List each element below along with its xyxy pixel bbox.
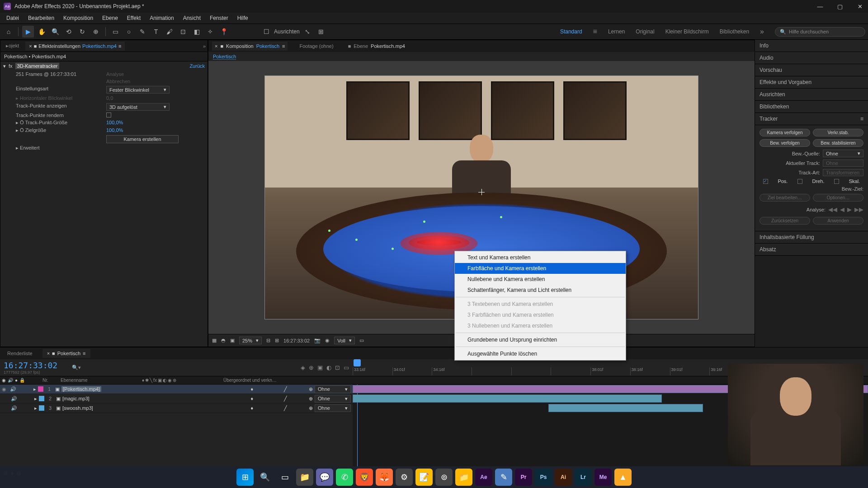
- audio-icon[interactable]: 🔊: [11, 396, 17, 402]
- snapshot-icon[interactable]: 📷: [314, 338, 321, 343]
- anchor-tool[interactable]: ⊕: [90, 26, 102, 38]
- comp-tab-komposition[interactable]: ×■ Komposition Pokertisch≡: [212, 42, 288, 51]
- timeline-comp-tab[interactable]: ×■Pokertisch≡: [42, 349, 90, 358]
- tl-icon-1[interactable]: ◈: [301, 364, 305, 371]
- audio-panel[interactable]: Audio: [755, 52, 868, 64]
- bew-verfolgen-button[interactable]: Bew. verfolgen: [760, 139, 810, 147]
- visibility-icon[interactable]: ◉: [2, 386, 8, 392]
- zielgroesse-val[interactable]: 100,0%: [106, 127, 123, 133]
- pr-taskbar[interactable]: Pr: [515, 469, 532, 486]
- ps-taskbar[interactable]: Ps: [535, 469, 552, 486]
- trackpunkt-groesse-val[interactable]: 100,0%: [106, 120, 123, 126]
- menu-fenster[interactable]: Fenster: [205, 14, 233, 23]
- tl-icon-6[interactable]: ▭: [344, 364, 349, 371]
- kamera-verfolgen-button[interactable]: Kamera verfolgen: [760, 129, 810, 136]
- absatz-panel[interactable]: Absatz: [755, 244, 868, 256]
- anchor-point-icon[interactable]: [478, 189, 485, 195]
- roto-tool[interactable]: ✧: [204, 26, 216, 38]
- region-icon[interactable]: ▭: [359, 338, 364, 343]
- snap-opt1[interactable]: ⤡: [302, 26, 313, 38]
- renderliste-tab[interactable]: Renderliste: [3, 349, 37, 358]
- grid-icon[interactable]: ▦: [212, 338, 217, 343]
- res-icon[interactable]: ⊟: [266, 338, 270, 343]
- tl-icon-5[interactable]: ⊡: [335, 364, 340, 371]
- cm-grundebene[interactable]: Grundebene und Ursprung einrichten: [455, 334, 626, 345]
- timeline-timecode[interactable]: 16:27:33:02: [4, 361, 57, 370]
- brave-taskbar[interactable]: 🦁: [356, 469, 373, 486]
- playhead-icon[interactable]: [354, 359, 361, 366]
- firefox-taskbar[interactable]: 🦊: [376, 469, 393, 486]
- home-tool[interactable]: ⌂: [3, 26, 14, 38]
- expand-icon[interactable]: ▾: [3, 63, 6, 69]
- stamp-tool[interactable]: ⊡: [177, 26, 189, 38]
- eraser-tool[interactable]: ◧: [191, 26, 203, 38]
- menu-effekt[interactable]: Effekt: [123, 14, 145, 23]
- chat-taskbar[interactable]: 💬: [316, 469, 333, 486]
- pen-tool[interactable]: ✎: [137, 26, 148, 38]
- bew-stabilisieren-button[interactable]: Bew. stabilisieren: [813, 139, 863, 147]
- timecode-display[interactable]: 16:27:33:02: [283, 338, 310, 343]
- tl-icon-3[interactable]: ▣: [317, 364, 323, 371]
- app-taskbar-2[interactable]: 📝: [415, 469, 433, 486]
- workspace-bibliotheken[interactable]: Bibliotheken: [720, 28, 749, 35]
- app-taskbar-1[interactable]: ⚙: [396, 469, 413, 486]
- pos-checkbox[interactable]: [763, 179, 768, 184]
- search-taskbar[interactable]: 🔍: [256, 469, 274, 486]
- tl-icon-4[interactable]: ◐: [326, 364, 331, 371]
- alpha-icon[interactable]: ▣: [230, 338, 235, 343]
- cm-schattenfaenger[interactable]: Schattenfänger, Kamera und Licht erstell…: [455, 285, 626, 296]
- cm-farbflaeche-kamera[interactable]: Farbfläche und Kamera erstellen: [455, 263, 626, 274]
- ae-taskbar[interactable]: Ae: [475, 469, 492, 486]
- dreh-checkbox[interactable]: [797, 179, 802, 184]
- project-tab[interactable]: ▸ojekt: [2, 41, 23, 51]
- workspace-lernen[interactable]: Lernen: [608, 28, 625, 35]
- info-panel[interactable]: Info: [755, 40, 868, 52]
- text-tool[interactable]: T: [150, 26, 162, 38]
- lr-taskbar[interactable]: Lr: [575, 469, 592, 486]
- menu-ansicht[interactable]: Ansicht: [179, 14, 205, 23]
- menu-hilfe[interactable]: Hilfe: [233, 14, 253, 23]
- puppet-tool[interactable]: 📍: [218, 26, 230, 38]
- maximize-button[interactable]: ▢: [835, 3, 844, 10]
- verkr-stab-button[interactable]: Verkr.stab.: [813, 129, 863, 136]
- layer-row-2[interactable]: 🔊 ▸ 2 ▣[magic.mp3] ♦╱ ⊕ Ohne▾: [0, 394, 353, 404]
- brush-tool[interactable]: 🖌: [164, 26, 175, 38]
- cm-punkte-loeschen[interactable]: Ausgewählte Punkte löschen: [455, 348, 626, 359]
- snap-toggle[interactable]: ☐: [260, 26, 272, 38]
- selection-tool[interactable]: ▶: [22, 26, 34, 38]
- trackpunkte-anzeigen-dropdown[interactable]: 3D aufgelöst▾: [106, 103, 170, 111]
- cm-text-kamera[interactable]: Text und Kamera erstellen: [455, 252, 626, 263]
- menu-animation[interactable]: Animation: [145, 14, 178, 23]
- comp-tab-footage[interactable]: Footage (ohne): [297, 42, 336, 51]
- parent-dropdown-1[interactable]: Ohne▾: [315, 385, 351, 393]
- ellipse-tool[interactable]: ○: [123, 26, 135, 38]
- whatsapp-taskbar[interactable]: ✆: [336, 469, 353, 486]
- resolution-dropdown[interactable]: Voll▾: [334, 337, 355, 344]
- tracker-panel-header[interactable]: Tracker≡: [755, 113, 868, 125]
- help-search[interactable]: 🔍 Hilfe durchsuchen: [775, 27, 865, 37]
- effect-name[interactable]: 3D-Kameratracker: [15, 63, 60, 69]
- close-icon[interactable]: ×: [29, 43, 32, 49]
- taskview-button[interactable]: ▭: [276, 469, 293, 486]
- effect-controls-tab[interactable]: × ■ Effekteinstellungen Pokertisch.mp4 ≡: [25, 42, 125, 51]
- menu-bearbeiten[interactable]: Bearbeiten: [24, 14, 59, 23]
- minimize-button[interactable]: —: [816, 3, 825, 10]
- audio-icon[interactable]: 🔊: [11, 405, 17, 411]
- inhaltsbasiert-panel[interactable]: Inhaltsbasierte Füllung: [755, 231, 868, 244]
- rect-tool[interactable]: ▭: [109, 26, 121, 38]
- audio-icon[interactable]: 🔊: [10, 386, 16, 392]
- comp-tab-ebene[interactable]: ■Ebene Pokertisch.mp4: [345, 42, 408, 51]
- menu-komposition[interactable]: Komposition: [59, 14, 98, 23]
- mask-icon[interactable]: ◓: [221, 338, 226, 343]
- kamera-erstellen-button[interactable]: Kamera erstellen: [106, 135, 179, 143]
- parent-dropdown-2[interactable]: Ohne▾: [315, 395, 351, 403]
- ausrichten-panel[interactable]: Ausrichten: [755, 89, 868, 101]
- tl-icon-2[interactable]: ⊕: [309, 364, 314, 371]
- bew-quelle-dropdown[interactable]: Ohne▾: [823, 150, 863, 157]
- folder-taskbar[interactable]: 📁: [455, 469, 472, 486]
- rotate-tool[interactable]: ↻: [76, 26, 88, 38]
- layer-row-1[interactable]: ◉🔊 ▸ 1 ▣[Pokertisch.mp4] ♦╱ ⊕ Ohne▾: [0, 385, 353, 394]
- parent-dropdown-3[interactable]: Ohne▾: [315, 404, 351, 412]
- ai-taskbar[interactable]: Ai: [555, 469, 572, 486]
- app-taskbar-3[interactable]: ✎: [495, 469, 512, 486]
